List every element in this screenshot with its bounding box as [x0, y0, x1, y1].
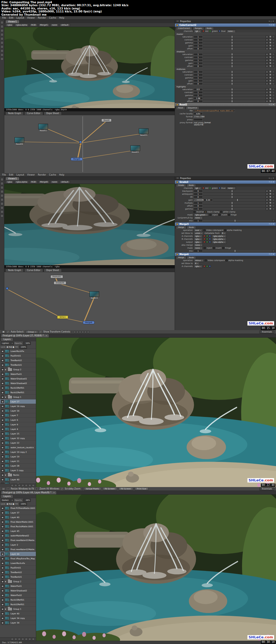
menu-item[interactable]: Render	[38, 173, 46, 176]
viewer-tab[interactable]: Viewer1	[5, 177, 19, 180]
colorcorrect-panel-header[interactable]: ColorCorrect2? ▢ ✕	[175, 23, 276, 27]
multi-channel-button[interactable]	[266, 190, 268, 192]
viewer-tab[interactable]: Viewer1	[5, 20, 19, 23]
mask-channel-dropdown[interactable]: none	[226, 30, 236, 33]
multi-channel-button[interactable]	[266, 59, 268, 61]
menu-item[interactable]: Edit	[9, 173, 13, 176]
animation-menu-icon[interactable]	[272, 94, 275, 97]
animation-menu-icon[interactable]	[272, 36, 275, 38]
parameter-slider[interactable]	[203, 194, 265, 194]
animation-menu-icon[interactable]	[272, 83, 275, 85]
layer-row[interactable]: water_texture_caustics	[0, 445, 36, 450]
layer-row[interactable]: WaterShadow02	[0, 381, 36, 386]
red-checkbox[interactable]	[203, 235, 205, 237]
layer-row[interactable]: Layer 32 copy	[0, 436, 36, 441]
zoom-tool-icon[interactable]: ⌕	[2, 487, 5, 490]
visibility-eye-icon[interactable]	[1, 566, 4, 569]
parameter-value-field[interactable]	[194, 118, 203, 121]
color-swatch[interactable]	[269, 47, 271, 50]
red-checkbox[interactable]	[202, 30, 204, 32]
menu-item[interactable]: Cache	[49, 16, 56, 19]
color-swatch[interactable]	[269, 193, 271, 195]
visibility-eye-icon[interactable]	[1, 405, 4, 408]
multi-channel-button[interactable]	[266, 88, 268, 91]
viewer-control-dropdown[interactable]: RGB	[30, 23, 37, 27]
menu-item[interactable]: Viewer	[27, 173, 35, 176]
layer-row[interactable]: Layer 2	[0, 543, 36, 547]
color-swatch[interactable]	[269, 39, 271, 41]
viewer-image[interactable]	[4, 27, 175, 108]
parameter-value-field[interactable]: 0.44	[203, 199, 213, 201]
node-tab[interactable]: Merge	[176, 256, 186, 259]
animation-menu-icon[interactable]	[272, 56, 275, 59]
node-tab[interactable]: Sequence	[186, 107, 199, 109]
visibility-eye-icon[interactable]	[1, 423, 4, 426]
keyer-tool-icon[interactable]	[1, 45, 4, 48]
animation-menu-icon[interactable]	[272, 65, 275, 67]
transform-tool-icon[interactable]	[1, 53, 4, 56]
visibility-eye-icon[interactable]	[1, 603, 4, 606]
parameter-slider[interactable]	[203, 191, 265, 191]
link-layers-icon[interactable]	[11, 638, 13, 640]
layer-row[interactable]: Rock03Refl01	[0, 598, 36, 602]
mask-channel-dropdown[interactable]: rgba.green	[194, 213, 209, 217]
document-canvas[interactable]	[36, 495, 276, 641]
visibility-eye-icon[interactable]	[1, 548, 4, 551]
parameter-slider[interactable]	[203, 80, 265, 81]
image-tool-icon[interactable]	[1, 21, 4, 24]
zoom-all-checkbox[interactable]	[36, 488, 38, 490]
node-tab[interactable]: Node	[187, 226, 196, 229]
animation-menu-icon[interactable]	[272, 77, 275, 79]
parameter-value-field[interactable]: 1	[194, 56, 203, 59]
layer-row[interactable]: TreeBark02	[0, 570, 36, 575]
workspace-switcher[interactable]: Essentials	[259, 487, 274, 491]
color-swatch[interactable]	[269, 77, 271, 79]
node-color-chip[interactable]	[176, 223, 178, 225]
show-transform-checkbox[interactable]	[40, 331, 42, 333]
alpha-masking-checkbox[interactable]	[224, 229, 226, 231]
group-disclosure-icon[interactable]	[5, 474, 7, 476]
layer-row[interactable]: Layer 40	[0, 515, 36, 520]
color-swatch[interactable]	[269, 208, 271, 210]
parameter-slider[interactable]	[203, 197, 265, 197]
layer-row[interactable]: Final.newWater01Matte.0001	[0, 538, 36, 543]
parameter-value-field[interactable]: -2.0000092	[194, 199, 203, 201]
node-tab[interactable]: Node	[205, 27, 214, 30]
layer-row[interactable]: Layer 2 copy	[0, 468, 36, 473]
node-panel-buttons[interactable]: ? ▢ ✕	[269, 104, 274, 106]
layer-row[interactable]: WaterFix02	[0, 593, 36, 598]
multi-channel-button[interactable]	[266, 205, 268, 207]
blue-checkbox[interactable]	[209, 238, 211, 240]
visibility-eye-icon[interactable]	[1, 368, 4, 371]
multi-channel-button[interactable]	[266, 39, 268, 41]
animation-menu-icon[interactable]	[272, 196, 275, 198]
visibility-eye-icon[interactable]	[1, 482, 4, 484]
fringe-checkbox[interactable]	[228, 214, 230, 216]
layer-row[interactable]: Rock02Refl01	[0, 602, 36, 607]
layer-row[interactable]: Group 2	[0, 579, 36, 584]
parameter-value-field[interactable]: 1	[194, 77, 203, 79]
channel-dropdown[interactable]: rgba	[194, 235, 203, 238]
new-layer-icon[interactable]	[29, 484, 31, 487]
multi-channel-button[interactable]	[266, 202, 268, 204]
blend-mode-select[interactable]: Darken	[1, 499, 14, 502]
scrubby-zoom-checkbox[interactable]	[61, 488, 63, 490]
layer-row[interactable]: Layer 6	[0, 418, 36, 422]
viewer-control-dropdown[interactable]: Merge5	[39, 23, 49, 27]
metadata-dropdown[interactable]: B	[220, 232, 227, 235]
blue-checkbox[interactable]	[219, 30, 220, 32]
menu-item[interactable]: Help	[59, 16, 64, 19]
panel-tab[interactable]: Dope Sheet	[44, 269, 62, 272]
menu-item[interactable]: Help	[59, 173, 64, 176]
parameter-slider[interactable]	[203, 203, 265, 203]
node-graph[interactable]: Read4 Read51 Read09 Read33 Read0	[4, 115, 175, 173]
layer-row[interactable]: Final.WaterMatte.0001	[0, 520, 36, 524]
time-tool-icon[interactable]	[1, 186, 4, 189]
color-tool-icon[interactable]	[1, 37, 4, 40]
alpha-channel-dropdown[interactable]: rgba.alpha	[212, 241, 227, 244]
parameter-slider[interactable]	[203, 92, 265, 93]
new-group-icon[interactable]	[25, 484, 27, 487]
visibility-eye-icon[interactable]	[1, 621, 4, 624]
color-swatch[interactable]	[269, 56, 271, 59]
visibility-eye-icon[interactable]	[1, 607, 4, 611]
